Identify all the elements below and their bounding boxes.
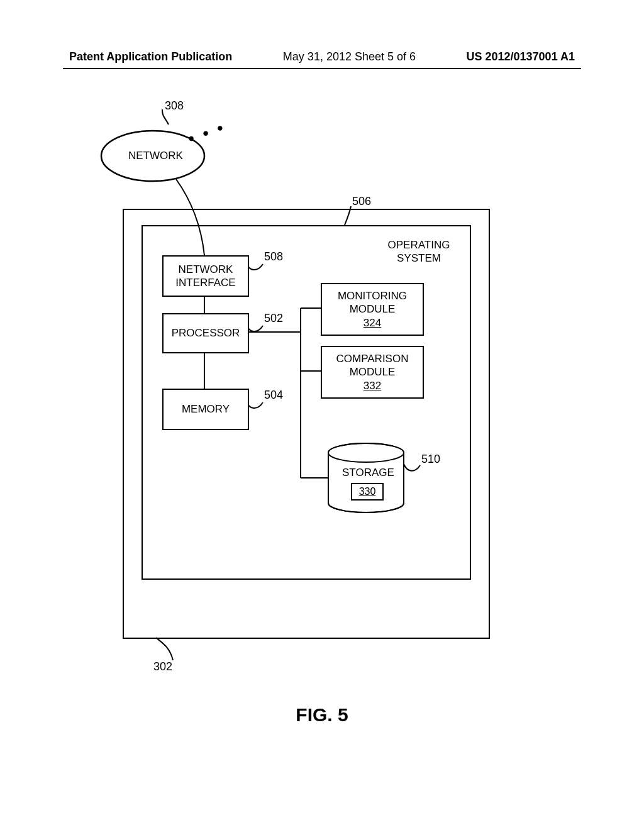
comparison-module-block: COMPARISON MODULE 332 [321,346,424,399]
ref-332: 332 [364,379,381,392]
operating-system-block: OPERATING SYSTEM [375,233,463,270]
monitoring-line1: MONITORING [338,289,407,302]
memory-label: MEMORY [182,402,230,416]
storage-inner-ref-box: 330 [351,483,384,501]
ref-510: 510 [421,453,440,466]
header-mid: May 31, 2012 Sheet 5 of 6 [283,50,416,64]
ref-302: 302 [153,660,172,673]
os-line1: OPERATING [388,238,450,252]
monitoring-module-block: MONITORING MODULE 324 [321,283,424,336]
ref-504: 504 [264,389,283,402]
network-interface-block: NETWORK INTERFACE [162,255,249,297]
ref-502: 502 [264,312,283,325]
header-left: Patent Application Publication [69,50,232,64]
figure-label: FIG. 5 [0,704,644,726]
ref-330: 330 [359,486,376,497]
page-header: Patent Application Publication May 31, 2… [69,50,575,64]
os-line2: SYSTEM [397,252,441,265]
comparison-line2: MODULE [350,365,396,379]
ref-324: 324 [364,316,381,329]
ref-508: 508 [264,250,283,263]
network-label: NETWORK [128,150,183,162]
processor-label: PROCESSOR [172,326,240,340]
storage-label: STORAGE [342,467,394,479]
header-rule [63,68,581,69]
ref-506: 506 [352,195,371,208]
page: Patent Application Publication May 31, 2… [0,0,644,830]
monitoring-line2: MODULE [350,302,396,316]
ellipsis-dots: • • • [186,117,229,148]
comparison-line1: COMPARISON [336,352,409,365]
memory-block: MEMORY [162,389,249,430]
processor-block: PROCESSOR [162,313,249,353]
header-right: US 2012/0137001 A1 [467,50,575,64]
netiface-line2: INTERFACE [175,276,235,289]
ref-308: 308 [165,99,184,113]
netiface-line1: NETWORK [179,263,233,276]
